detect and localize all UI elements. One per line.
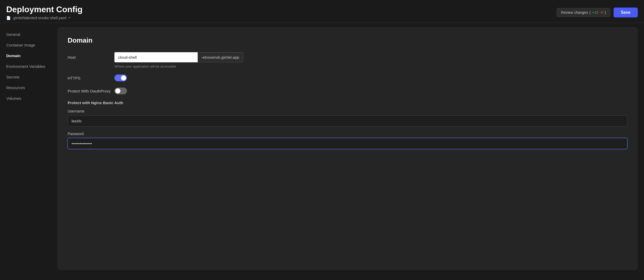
file-icon: 📄 <box>6 16 11 20</box>
header-subtitle: 📄 .gimlet/talented-smoke-shell.yaml ↗ <box>6 16 82 20</box>
review-minus: -6 <box>600 10 603 15</box>
oauth-toggle-row: Protect With OauthProxy <box>68 88 627 94</box>
nginx-section-title: Protect with Nginx Basic Auth <box>68 101 627 105</box>
username-field-group: Username <box>68 109 627 126</box>
host-field-row: Host -etnowmsk.gimlet.app <box>68 52 627 62</box>
https-toggle-thumb <box>121 75 126 81</box>
oauth-label: Protect With OauthProxy <box>68 89 114 93</box>
https-toggle[interactable] <box>114 75 127 81</box>
username-label: Username <box>68 109 627 113</box>
sidebar: General Container Image Domain Environme… <box>0 23 57 274</box>
password-label: Password <box>68 132 627 136</box>
oauth-toggle-thumb <box>115 88 120 94</box>
main-panel: Domain Host -etnowmsk.gimlet.app Where y… <box>57 27 638 270</box>
username-input[interactable] <box>68 115 627 126</box>
review-changes-button[interactable]: Review changes (+15 -6) <box>557 8 610 17</box>
password-input[interactable] <box>68 138 627 149</box>
sidebar-item-container-image[interactable]: Container Image <box>0 40 57 50</box>
host-hint: Where your application will be accessibl… <box>114 64 627 68</box>
host-suffix: -etnowmsk.gimlet.app <box>198 52 243 62</box>
sidebar-item-environment-variables[interactable]: Environment Variables <box>0 61 57 72</box>
subtitle-file: .gimlet/talented-smoke-shell.yaml <box>12 16 66 20</box>
save-button[interactable]: Save <box>614 8 638 17</box>
https-toggle-row: HTTPS <box>68 75 627 81</box>
host-input-group: -etnowmsk.gimlet.app <box>114 52 243 62</box>
https-label: HTTPS <box>68 76 114 80</box>
sidebar-item-volumes[interactable]: Volumes <box>0 93 57 104</box>
review-plus: +15 <box>592 10 598 15</box>
sidebar-item-general[interactable]: General <box>0 29 57 40</box>
oauth-toggle[interactable] <box>114 88 127 94</box>
sidebar-item-domain[interactable]: Domain <box>0 50 57 61</box>
host-label: Host <box>68 55 114 59</box>
sidebar-item-secrets[interactable]: Secrets <box>0 72 57 82</box>
content-area: General Container Image Domain Environme… <box>0 23 644 274</box>
domain-section-title: Domain <box>68 36 627 44</box>
header-left: Deployment Config 📄 .gimlet/talented-smo… <box>6 5 82 20</box>
review-label: Review changes <box>561 10 588 15</box>
header-right: Review changes (+15 -6) Save <box>557 8 638 17</box>
sidebar-item-resources[interactable]: Resources <box>0 82 57 93</box>
page-title: Deployment Config <box>6 5 82 14</box>
host-input[interactable] <box>114 52 198 62</box>
page-header: Deployment Config 📄 .gimlet/talented-smo… <box>0 0 644 23</box>
password-field-group: Password <box>68 132 627 149</box>
external-link-icon[interactable]: ↗ <box>68 16 70 20</box>
